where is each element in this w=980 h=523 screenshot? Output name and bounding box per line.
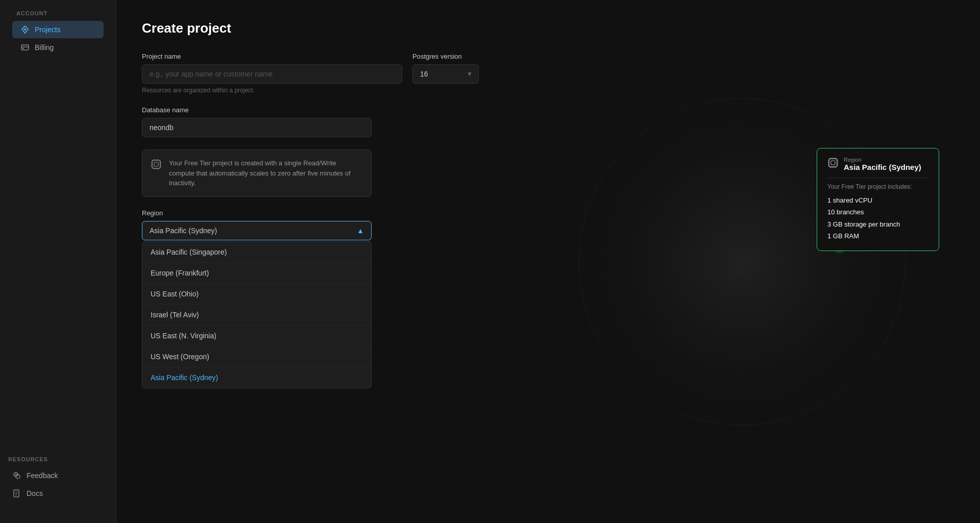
compute-icon [151, 159, 162, 171]
tooltip-region-label: Region [844, 157, 921, 163]
database-name-label: Database name [142, 106, 479, 114]
project-name-label: Project name [142, 53, 402, 60]
region-label: Region [142, 209, 479, 217]
region-option-sydney[interactable]: Asia Pacific (Sydney) [142, 367, 371, 388]
region-option-frankfurt[interactable]: Europe (Frankfurt) [142, 263, 371, 284]
spec-vcpu: 1 shared vCPU [827, 194, 928, 206]
spec-branches: 10 branches [827, 206, 928, 218]
chevron-up-icon: ▲ [357, 227, 364, 235]
project-name-postgres-row: Project name Resources are organized wit… [142, 53, 479, 94]
postgres-select-wrapper: 16 15 14 ▼ [412, 64, 479, 84]
region-option-telaviv[interactable]: Israel (Tel Aviv) [142, 305, 371, 326]
region-option-singapore[interactable]: Asia Pacific (Singapore) [142, 242, 371, 263]
sidebar: ACCOUNT Projects Billing [0, 0, 116, 523]
tooltip-includes-label: Your Free Tier project includes: [827, 183, 928, 190]
svg-rect-13 [154, 162, 158, 166]
svg-rect-1 [21, 45, 29, 50]
create-project-form: Create project Project name Resources ar… [116, 0, 504, 523]
sidebar-item-docs[interactable]: Docs [4, 485, 112, 502]
globe-area: Region Asia Pacific (Sydney) Your Free T… [504, 0, 980, 523]
page-title: Create project [142, 20, 479, 36]
tooltip-divider [827, 178, 928, 178]
svg-rect-958 [829, 159, 837, 167]
region-select-button[interactable]: Asia Pacific (Sydney) ▲ [142, 221, 372, 240]
svg-point-26 [579, 98, 905, 425]
projects-label: Projects [35, 26, 61, 34]
svg-point-0 [24, 29, 26, 31]
svg-rect-12 [152, 160, 160, 168]
resources-section-label: RESOURCES [0, 456, 116, 466]
region-option-oregon[interactable]: US West (Oregon) [142, 346, 371, 367]
docs-label: Docs [27, 489, 43, 497]
info-box: Your Free Tier project is created with a… [142, 150, 372, 197]
tooltip-compute-icon [827, 157, 839, 171]
docs-icon [12, 489, 21, 498]
info-text: Your Free Tier project is created with a… [169, 158, 363, 188]
region-dropdown: Asia Pacific (Singapore) Europe (Frankfu… [142, 241, 372, 388]
database-name-group: Database name [142, 106, 479, 137]
spec-ram: 1 GB RAM [827, 230, 928, 242]
region-option-virginia[interactable]: US East (N. Virginia) [142, 326, 371, 346]
tooltip-header: Region Asia Pacific (Sydney) [827, 157, 928, 171]
postgres-version-select[interactable]: 16 15 14 [412, 64, 479, 84]
billing-icon [20, 43, 30, 52]
feedback-icon [12, 471, 21, 480]
region-option-ohio[interactable]: US East (Ohio) [142, 284, 371, 305]
main-content: Create project Project name Resources ar… [116, 0, 980, 523]
project-name-input[interactable] [142, 64, 402, 84]
database-name-input[interactable] [142, 118, 372, 137]
project-name-hint: Resources are organized within a project… [142, 87, 402, 94]
project-name-group: Project name Resources are organized wit… [142, 53, 402, 94]
postgres-version-label: Postgres version [412, 53, 479, 60]
sidebar-item-projects[interactable]: Projects [12, 21, 104, 38]
region-info-tooltip: Region Asia Pacific (Sydney) Your Free T… [817, 148, 939, 251]
region-selected-value: Asia Pacific (Sydney) [150, 227, 217, 235]
tooltip-region-name: Asia Pacific (Sydney) [844, 163, 921, 171]
sidebar-item-billing[interactable]: Billing [12, 39, 104, 56]
globe-svg [564, 83, 921, 440]
spec-storage: 3 GB storage per branch [827, 218, 928, 230]
diamond-icon [20, 25, 30, 34]
feedback-label: Feedback [27, 471, 58, 480]
account-section-label: ACCOUNT [8, 10, 108, 20]
tooltip-specs: 1 shared vCPU 10 branches 3 GB storage p… [827, 194, 928, 242]
sidebar-item-feedback[interactable]: Feedback [4, 467, 112, 484]
postgres-version-group: Postgres version 16 15 14 ▼ [412, 53, 479, 94]
region-group: Region Asia Pacific (Sydney) ▲ Asia Paci… [142, 209, 479, 388]
svg-rect-959 [831, 161, 835, 165]
svg-rect-3 [22, 48, 24, 49]
billing-label: Billing [35, 43, 54, 52]
